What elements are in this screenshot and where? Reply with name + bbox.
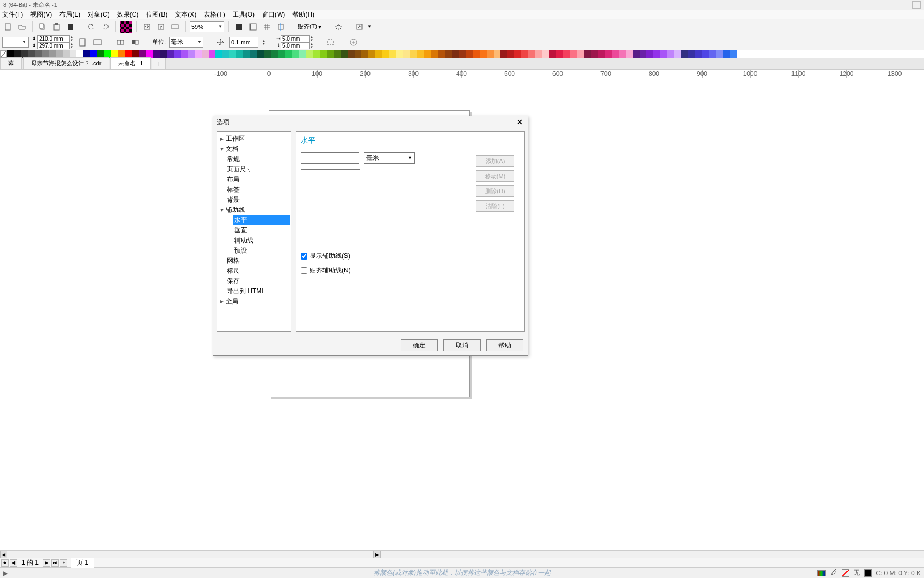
copy-icon[interactable] xyxy=(37,21,49,33)
zoom-combo[interactable]: ▼ xyxy=(190,21,224,32)
color-swatch[interactable] xyxy=(473,50,480,58)
color-swatch[interactable] xyxy=(334,50,341,58)
color-swatch[interactable] xyxy=(660,50,667,58)
treat-as-filler-icon[interactable] xyxy=(325,36,336,48)
menu-window[interactable]: 窗口(W) xyxy=(262,10,285,19)
color-swatch[interactable] xyxy=(215,50,222,58)
current-page-icon[interactable] xyxy=(129,36,141,48)
tree-guidelines[interactable]: 辅助线 xyxy=(233,235,290,246)
color-swatch[interactable] xyxy=(417,50,424,58)
color-swatch[interactable] xyxy=(688,50,695,58)
color-proof-icon[interactable] xyxy=(817,570,826,576)
color-swatch[interactable] xyxy=(466,50,473,58)
color-swatch[interactable] xyxy=(521,50,528,58)
dup-y-input[interactable] xyxy=(281,42,310,49)
tree-export-html[interactable]: 导出到 HTML xyxy=(226,286,290,296)
next-page-icon[interactable]: ▶ xyxy=(43,559,50,567)
doc-tab-0[interactable]: 幕 xyxy=(0,57,22,69)
color-swatch[interactable] xyxy=(320,50,327,58)
color-swatch[interactable] xyxy=(500,50,507,58)
color-swatch[interactable] xyxy=(146,50,153,58)
color-swatch[interactable] xyxy=(361,50,368,58)
color-swatch[interactable] xyxy=(299,50,306,58)
color-swatch[interactable] xyxy=(723,50,730,58)
menu-text[interactable]: 文本(X) xyxy=(175,10,196,19)
options-icon[interactable] xyxy=(333,21,344,33)
tree-preset[interactable]: 预设 xyxy=(233,246,290,256)
color-swatch[interactable] xyxy=(542,50,549,58)
menu-object[interactable]: 对象(C) xyxy=(88,10,110,19)
tree-horizontal[interactable]: 水平 xyxy=(233,215,290,225)
tree-label[interactable]: 标签 xyxy=(226,185,290,195)
color-swatch[interactable] xyxy=(480,50,487,58)
add-page-icon[interactable]: + xyxy=(60,559,67,567)
new-icon[interactable] xyxy=(2,21,14,33)
color-swatch[interactable] xyxy=(396,50,403,58)
no-color-swatch[interactable] xyxy=(0,50,7,58)
doc-tab-1[interactable]: 母亲节海报怎么设计？ .cdr xyxy=(23,57,109,69)
chevron-down-icon[interactable]: ▼ xyxy=(367,24,372,29)
color-swatch[interactable] xyxy=(7,50,14,58)
color-swatch[interactable] xyxy=(28,50,35,58)
color-swatch[interactable] xyxy=(14,50,21,58)
color-swatch[interactable] xyxy=(174,50,181,58)
color-swatch[interactable] xyxy=(487,50,494,58)
color-swatch[interactable] xyxy=(35,50,42,58)
color-swatch[interactable] xyxy=(674,50,681,58)
color-swatch[interactable] xyxy=(667,50,674,58)
color-swatch[interactable] xyxy=(438,50,445,58)
color-swatch[interactable] xyxy=(21,50,28,58)
color-swatch[interactable] xyxy=(327,50,334,58)
tree-guides[interactable]: ▾辅助线 xyxy=(226,205,290,215)
spinner[interactable]: ▲▼ xyxy=(262,39,265,45)
show-grid-icon[interactable] xyxy=(261,21,273,33)
color-swatch[interactable] xyxy=(584,50,591,58)
page-height-input[interactable] xyxy=(37,42,70,49)
page-preset-combo[interactable]: ▼ xyxy=(2,37,29,48)
color-swatch[interactable] xyxy=(605,50,612,58)
menu-tools[interactable]: 工具(O) xyxy=(233,10,255,19)
help-button[interactable]: 帮助 xyxy=(486,339,523,351)
color-swatch[interactable] xyxy=(202,50,209,58)
color-swatch[interactable] xyxy=(118,50,125,58)
show-rulers-icon[interactable] xyxy=(247,21,259,33)
prev-page-icon[interactable]: ◀ xyxy=(10,559,17,567)
spinner[interactable]: ▲▼ xyxy=(310,35,313,42)
tree-save[interactable]: 保存 xyxy=(226,276,290,286)
color-swatch[interactable] xyxy=(285,50,292,58)
menu-help[interactable]: 帮助(H) xyxy=(292,10,314,19)
color-swatch[interactable] xyxy=(563,50,570,58)
outline-swatch[interactable] xyxy=(864,569,872,577)
color-swatch[interactable] xyxy=(709,50,716,58)
color-swatch[interactable] xyxy=(646,50,653,58)
show-guides-icon[interactable] xyxy=(275,21,287,33)
tree-grid[interactable]: 网格 xyxy=(226,256,290,266)
menu-bitmap[interactable]: 位图(B) xyxy=(146,10,167,19)
tree-ruler[interactable]: 标尺 xyxy=(226,266,290,276)
launch-icon[interactable] xyxy=(353,21,365,33)
color-swatch[interactable] xyxy=(271,50,278,58)
tree-background[interactable]: 背景 xyxy=(226,195,290,205)
color-swatch[interactable] xyxy=(556,50,563,58)
color-swatch[interactable] xyxy=(494,50,500,58)
tree-layout[interactable]: 布局 xyxy=(226,174,290,185)
color-swatch[interactable] xyxy=(76,50,83,58)
color-swatch[interactable] xyxy=(591,50,598,58)
zoom-input[interactable] xyxy=(191,24,217,30)
snap-dropdown[interactable]: 贴齐(T) ▾ xyxy=(296,21,324,32)
portrait-icon[interactable] xyxy=(76,36,88,48)
color-swatch[interactable] xyxy=(139,50,146,58)
color-swatch[interactable] xyxy=(167,50,174,58)
spinner[interactable]: ▲▼ xyxy=(70,35,73,42)
tree-vertical[interactable]: 垂直 xyxy=(233,225,290,235)
color-swatch[interactable] xyxy=(730,50,737,58)
color-swatch[interactable] xyxy=(229,50,236,58)
export-icon[interactable] xyxy=(155,21,167,33)
color-swatch[interactable] xyxy=(445,50,452,58)
color-swatch[interactable] xyxy=(70,50,76,58)
doc-tab-2[interactable]: 未命名 -1 xyxy=(110,57,151,69)
fullscreen-icon[interactable] xyxy=(233,21,245,33)
color-swatch[interactable] xyxy=(257,50,264,58)
user-icon[interactable] xyxy=(912,1,921,9)
color-swatch[interactable] xyxy=(702,50,709,58)
